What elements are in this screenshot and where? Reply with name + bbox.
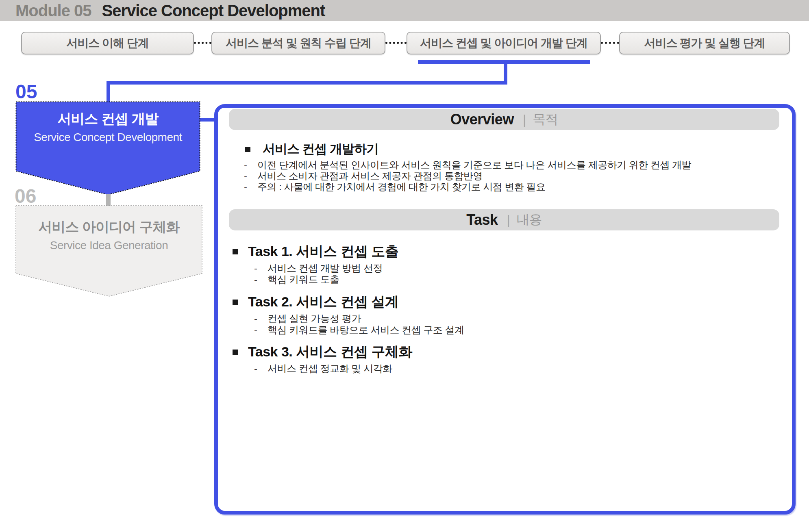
task-item: - 서비스 컨셉 개발 방법 선정 [254,263,742,274]
task-3-heading-row: Task 3. 서비스 컨셉 구체화 [233,343,412,361]
task-subheading: 내용 [517,211,542,229]
dash-marker: - [254,363,267,374]
dash-marker: - [244,170,257,181]
task-item-text: 핵심 키워드를 바탕으로 서비스 컨셉 구조 설계 [267,324,464,336]
task-1-item-list: - 서비스 컨셉 개발 방법 선정 - 핵심 키워드 도출 [254,263,742,285]
overview-item: - 이전 단계에서 분석된 인사이트와 서비스 원칙을 기준으로 보다 나은 서… [244,159,772,170]
overview-item-text: 이전 단계에서 분석된 인사이트와 서비스 원칙을 기준으로 보다 나은 서비스… [257,159,691,170]
overview-item: - 서비스 소비자 관점과 서비스 제공자 관점의 통합반영 [244,170,772,181]
dotted-connector [601,42,619,44]
task-item: - 핵심 키워드 도출 [254,274,742,285]
overview-subheading: 목적 [533,111,558,128]
stage-tab-label: 서비스 컨셉 및 아이디어 개발 단계 [420,35,587,51]
stage-tab-understand: 서비스 이해 단계 [21,32,194,54]
task-section-bar: Task | 내용 [229,209,779,230]
page-title: Service Concept Development [102,2,325,20]
square-bullet-icon [233,249,238,254]
dash-marker: - [254,313,267,324]
stage-tab-evaluation: 서비스 평가 및 실행 단계 [619,32,790,54]
task-1-title: Task 1. 서비스 컨셉 도출 [248,242,399,261]
task-item: - 핵심 키워드를 바탕으로 서비스 컨셉 구조 설계 [254,324,742,336]
task-heading: Task [466,211,498,228]
square-bullet-icon [245,147,250,152]
task-2-item-list: - 컨셉 실현 가능성 평가 - 핵심 키워드를 바탕으로 서비스 컨셉 구조 … [254,313,742,336]
module-06-banner: 서비스 아이디어 구체화 Service Idea Generation [15,218,202,252]
stage-tab-label: 서비스 분석 및 원칙 수립 단계 [226,35,371,51]
dash-marker: - [254,263,267,274]
module-05-banner: 서비스 컨셉 개발 Service Concept Development [15,110,200,144]
task-item-text: 핵심 키워드 도출 [267,274,339,285]
stage-tab-label: 서비스 이해 단계 [66,35,149,51]
stage-tab-label: 서비스 평가 및 실행 단계 [644,35,765,51]
connector-stem [106,194,111,206]
connector-vertical [107,84,110,102]
module-05-title-ko: 서비스 컨셉 개발 [58,110,159,128]
connector-horizontal [107,81,507,85]
overview-item-text: 서비스 소비자 관점과 서비스 제공자 관점의 통합반영 [257,170,483,181]
dotted-connector [385,42,407,44]
dash-marker: - [254,324,267,336]
heading-divider: | [507,213,510,228]
task-3-item-list: - 서비스 컨셉 정교화 및 시각화 [254,363,742,374]
stage-tab-concept-active: 서비스 컨셉 및 아이디어 개발 단계 [407,32,601,54]
heading-divider: | [523,112,526,127]
stage-tab-analysis: 서비스 분석 및 원칙 수립 단계 [211,32,385,54]
dash-marker: - [254,274,267,285]
task-item: - 서비스 컨셉 정교화 및 시각화 [254,363,742,374]
overview-item-text: 주의 : 사물에 대한 가치에서 경험에 대한 가치 찾기로 시점 변환 필요 [257,181,546,192]
module-05-number: 05 [15,80,37,103]
overview-heading: Overview [450,111,514,128]
task-1-heading-row: Task 1. 서비스 컨셉 도출 [233,242,399,261]
module-06-title-ko: 서비스 아이디어 구체화 [39,218,180,237]
task-2-title: Task 2. 서비스 컨셉 설계 [248,293,399,311]
dash-marker: - [244,159,257,170]
overview-bullet-row: 서비스 컨셉 개발하기 [245,141,378,158]
task-item-text: 컨셉 실현 가능성 평가 [267,313,361,324]
task-item: - 컨셉 실현 가능성 평가 [254,313,742,324]
module-05-title-en: Service Concept Development [34,131,182,144]
overview-item-list: - 이전 단계에서 분석된 인사이트와 서비스 원칙을 기준으로 보다 나은 서… [244,159,772,192]
square-bullet-icon [233,300,238,305]
module-06-number: 06 [15,185,36,207]
task-3-title: Task 3. 서비스 컨셉 구체화 [248,343,412,361]
slide: Module 05 Service Concept Development 서비… [0,0,809,532]
module-06-title-en: Service Idea Generation [50,239,168,252]
square-bullet-icon [233,350,238,355]
dash-marker: - [244,181,257,192]
dotted-connector [194,42,211,44]
task-2-heading-row: Task 2. 서비스 컨셉 설계 [233,293,399,311]
overview-bullet-title: 서비스 컨셉 개발하기 [263,141,378,158]
task-item-text: 서비스 컨셉 개발 방법 선정 [267,263,383,274]
overview-section-bar: Overview | 목적 [229,109,779,130]
overview-item: - 주의 : 사물에 대한 가치에서 경험에 대한 가치 찾기로 시점 변환 필… [244,181,772,192]
slide-header: Module 05 Service Concept Development [0,0,809,21]
module-number-label: Module 05 [15,2,91,20]
task-item-text: 서비스 컨셉 정교화 및 시각화 [267,363,392,374]
